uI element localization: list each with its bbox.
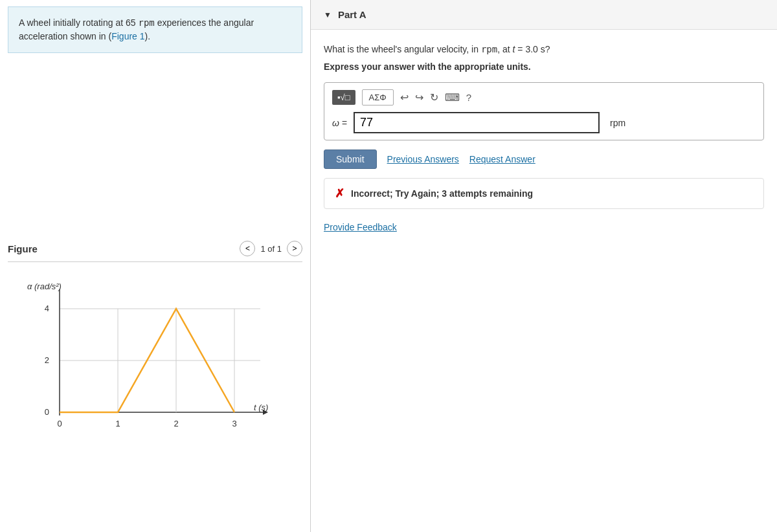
right-panel: ▼ Part A What is the wheel's angular vel… [311,0,777,532]
figure-link[interactable]: Figure 1 [111,31,144,41]
help-icon[interactable]: ? [466,92,471,103]
ase-icon: ΑΣΦ [369,93,387,102]
question-line2: Express your answer with the appropriate… [324,61,764,72]
answer-input[interactable] [354,112,600,133]
part-header-title: Part A [338,9,366,20]
part-header-arrow-icon: ▼ [324,10,332,19]
figure-prev-button[interactable]: < [240,241,255,256]
problem-statement: A wheel initially rotating at 65 rpm exp… [8,6,302,53]
chart-y-tick-0: 0 [45,407,49,417]
refresh-icon[interactable]: ↻ [430,91,438,104]
question-line1: What is the wheel's angular velocity, in… [324,43,764,56]
figure-counter: 1 of 1 [260,244,282,254]
chart-x-tick-3: 3 [232,419,236,428]
provide-feedback-link[interactable]: Provide Feedback [324,222,764,232]
incorrect-icon: ✗ [335,186,344,201]
actions-row: Submit Previous Answers Request Answer [324,150,764,169]
omega-label: ω = [332,118,347,128]
submit-button[interactable]: Submit [324,150,377,169]
unit-label: rpm [610,118,625,128]
part-section: ▼ Part A What is the wheel's angular vel… [311,0,777,245]
chart-x-tick-0: 0 [57,419,62,428]
chart-x-tick-2: 2 [174,419,178,428]
figure-next-button[interactable]: > [287,241,302,256]
input-box-wrapper: ▪√□ ΑΣΦ ↩ ↪ ↻ ⌨ ? ω = rpm [324,82,764,140]
figure-header: Figure < 1 of 1 > [8,241,302,262]
figure-section: Figure < 1 of 1 > α (rad/s²) [0,234,310,485]
redo-icon[interactable]: ↪ [415,91,423,104]
chart-y-label: α (rad/s²) [27,282,62,291]
sqrt-icon: ▪√□ [337,93,350,102]
left-panel: A wheel initially rotating at 65 rpm exp… [0,0,311,532]
feedback-text: Incorrect; Try Again; 3 attempts remaini… [351,188,533,199]
part-header: ▼ Part A [311,0,777,30]
chart-x-tick-1: 1 [115,419,120,428]
chart-svg: α (rad/s²) 4 2 0 0 1 [21,276,293,471]
toolbar-ase-button[interactable]: ΑΣΦ [362,89,394,105]
part-content: What is the wheel's angular velocity, in… [311,30,777,245]
figure-title: Figure [8,243,38,254]
toolbar: ▪√□ ΑΣΦ ↩ ↪ ↻ ⌨ ? [332,89,756,105]
toolbar-sqrt-button[interactable]: ▪√□ [332,90,355,105]
previous-answers-button[interactable]: Previous Answers [387,154,459,164]
undo-icon[interactable]: ↩ [400,91,409,104]
chart-y-tick-2: 2 [45,355,49,365]
figure-nav: < 1 of 1 > [240,241,302,256]
answer-row: ω = rpm [332,112,756,133]
chart-container: α (rad/s²) 4 2 0 0 1 [8,270,302,479]
feedback-box: ✗ Incorrect; Try Again; 3 attempts remai… [324,178,764,209]
keyboard-icon[interactable]: ⌨ [445,91,460,104]
chart-x-label: t (s) [254,403,268,412]
chart-y-tick-4: 4 [45,304,49,313]
request-answer-button[interactable]: Request Answer [469,154,535,164]
